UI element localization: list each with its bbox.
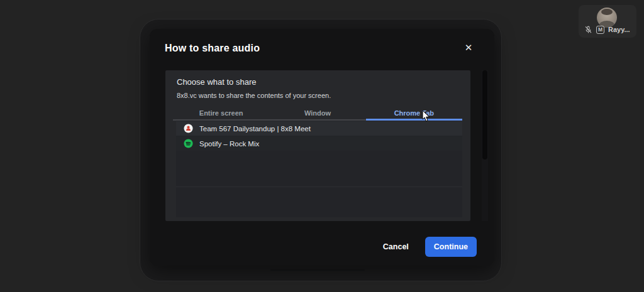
participant-name: Rayy...: [608, 26, 630, 33]
mic-muted-icon: [584, 26, 592, 34]
tab-window[interactable]: Window: [269, 107, 365, 121]
scrollbar-thumb[interactable]: [482, 70, 487, 160]
dialog-scrollbar[interactable]: [482, 70, 488, 221]
cancel-button[interactable]: Cancel: [383, 242, 409, 251]
avatar-hair: [601, 9, 613, 15]
8x8-meet-favicon-icon: [184, 124, 193, 133]
list-item-8x8-meet[interactable]: Team 567 Dailystandup | 8x8 Meet: [176, 121, 462, 136]
continue-button[interactable]: Continue: [425, 237, 477, 257]
dialog-actions: Cancel Continue: [383, 237, 477, 257]
tab-entire-screen[interactable]: Entire screen: [173, 107, 269, 121]
spotify-favicon-icon: [184, 139, 193, 148]
share-audio-dialog: How to share audio ✕ Choose what to shar…: [150, 29, 494, 266]
picker-heading: Choose what to share: [177, 77, 256, 87]
meeting-app-screen: How to share audio ✕ Choose what to shar…: [0, 0, 644, 292]
picker-subtitle: 8x8.vc wants to share the contents of yo…: [177, 92, 331, 99]
moderator-badge: M: [596, 26, 604, 34]
participant-meta: M Rayy...: [579, 24, 636, 35]
share-source-tabs: Entire screen Window Chrome Tab: [173, 107, 462, 121]
list-item-label: Team 567 Dailystandup | 8x8 Meet: [199, 125, 311, 132]
close-icon[interactable]: ✕: [463, 42, 474, 53]
chrome-share-picker: Choose what to share 8x8.vc wants to sha…: [165, 70, 470, 221]
list-divider: [176, 187, 462, 187]
tab-chrome-tab[interactable]: Chrome Tab: [366, 107, 462, 121]
tab-list-panel: Team 567 Dailystandup | 8x8 Meet Spotify…: [176, 121, 462, 217]
background-divider-line: [270, 269, 365, 271]
dialog-title: How to share audio: [165, 43, 260, 54]
participant-tile[interactable]: M Rayy...: [579, 5, 636, 38]
list-item-spotify[interactable]: Spotify – Rock Mix: [176, 136, 462, 151]
list-item-label: Spotify – Rock Mix: [199, 140, 259, 148]
